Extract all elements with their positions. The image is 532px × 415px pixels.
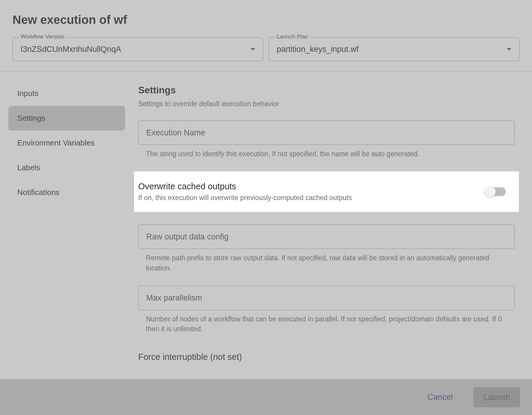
toggle-knob-icon	[484, 186, 496, 197]
dialog-header: New execution of wf Workflow Version I3n…	[0, 0, 532, 71]
workflow-version-label: Workflow Version	[19, 33, 66, 40]
new-execution-dialog: New execution of wf Workflow Version I3n…	[0, 0, 532, 415]
settings-subtitle: Settings to override default execution b…	[138, 100, 515, 108]
workflow-version-value: I3nZSdCUnMxnhuNullQnqA	[21, 45, 251, 54]
raw-output-helper: Remote path prefix to store raw output d…	[138, 253, 515, 273]
overwrite-subtitle: If on, this execution will overwrite pre…	[138, 194, 484, 202]
launch-plan-select[interactable]: Launch Plan partition_keys_input.wf	[269, 37, 519, 61]
sidebar-item-inputs[interactable]: Inputs	[8, 81, 125, 106]
max-parallelism-placeholder: Max parallelism	[146, 293, 202, 303]
chevron-down-icon	[251, 48, 255, 51]
settings-panel: Settings Settings to override default ex…	[125, 81, 524, 362]
max-parallelism-helper: Number of nodes of a workflow that can b…	[138, 314, 515, 334]
execution-name-input[interactable]: Execution Name	[138, 120, 515, 145]
force-interruptible-row[interactable]: Force interruptible (not set)	[138, 347, 515, 362]
selects-row: Workflow Version I3nZSdCUnMxnhuNullQnqA …	[13, 37, 519, 61]
dialog-footer: Cancel Launch	[0, 379, 532, 415]
sidebar-item-env-vars[interactable]: Environment Variables	[8, 131, 125, 155]
max-parallelism-input[interactable]: Max parallelism	[138, 286, 515, 310]
sidebar-item-notifications[interactable]: Notifications	[8, 180, 125, 205]
launch-button[interactable]: Launch	[473, 387, 520, 407]
execution-name-placeholder: Execution Name	[146, 128, 205, 137]
chevron-down-icon	[507, 48, 511, 51]
workflow-version-select[interactable]: Workflow Version I3nZSdCUnMxnhuNullQnqA	[13, 37, 263, 61]
raw-output-placeholder: Raw output data config	[146, 232, 228, 241]
overwrite-title: Overwrite cached outputs	[138, 182, 484, 191]
sidebar: Inputs Settings Environment Variables La…	[8, 81, 125, 362]
dialog-body: Inputs Settings Environment Variables La…	[0, 72, 532, 362]
launch-plan-value: partition_keys_input.wf	[277, 45, 507, 54]
settings-title: Settings	[138, 85, 515, 96]
sidebar-item-settings[interactable]: Settings	[8, 106, 125, 131]
overwrite-toggle[interactable]	[484, 187, 506, 196]
sidebar-item-labels[interactable]: Labels	[8, 155, 125, 180]
dialog-title: New execution of wf	[13, 13, 519, 27]
overwrite-cached-outputs-row: Overwrite cached outputs If on, this exe…	[134, 171, 519, 212]
execution-name-helper: The string used to identify this executi…	[138, 149, 515, 159]
launch-plan-label: Launch Plan	[275, 33, 310, 40]
raw-output-input[interactable]: Raw output data config	[138, 224, 515, 249]
cancel-button[interactable]: Cancel	[417, 387, 463, 407]
